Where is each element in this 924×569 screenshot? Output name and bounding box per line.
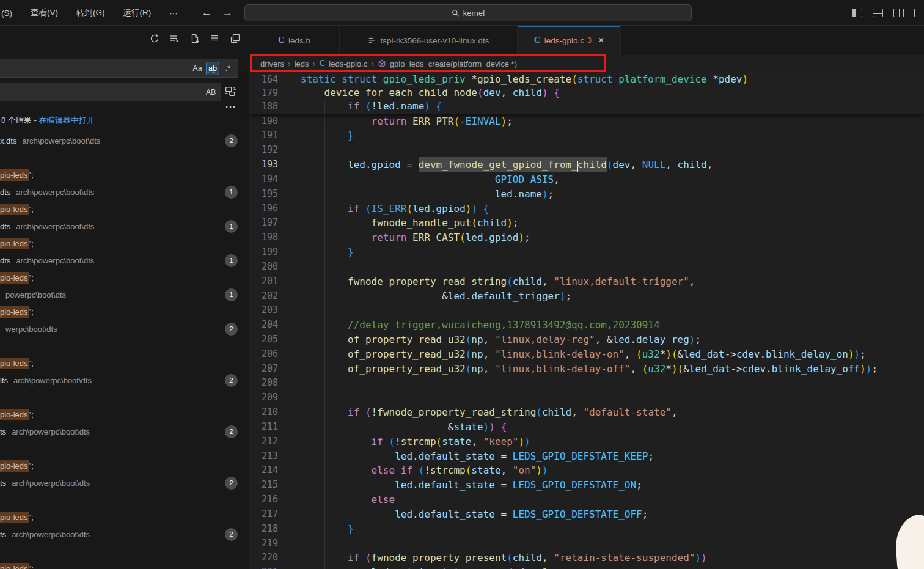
code-line[interactable]: 196 if (IS_ERR(led.gpiod)) { (249, 202, 924, 216)
tab-leds-gpio-c[interactable]: C leds-gpio.c 3 × (518, 26, 621, 55)
code-line[interactable]: 220 if (fwnode_property_present(child, "… (249, 551, 924, 565)
search-match-row[interactable]: pio-leds"; (0, 303, 249, 320)
search-match-row[interactable]: pio-leds"; (0, 406, 249, 423)
code-line[interactable]: 219 (249, 537, 924, 551)
search-match-row[interactable]: pio-leds"; (0, 166, 249, 183)
command-center-search[interactable]: kernel (244, 4, 692, 21)
refresh-icon[interactable] (150, 34, 160, 43)
tab-bar: C leds.h tspi-rk3566-user-v10-linux.dts … (249, 26, 924, 55)
code-line[interactable]: 213 led.default_state = LEDS_GPIO_DEFSTA… (249, 449, 924, 464)
line-number: 215 (249, 478, 278, 493)
search-match-row[interactable]: pio-leds"; (0, 457, 249, 474)
tab-leds-h[interactable]: C leds.h (249, 26, 340, 55)
replace-input[interactable]: AB (0, 83, 221, 101)
sticky-scroll[interactable]: 164static struct gpio_leds_priv *gpio_le… (249, 72, 924, 114)
code-line[interactable]: 221 led.retain_state_suspended = 1; (249, 565, 924, 569)
search-match-row[interactable]: pio-leds"; (0, 200, 249, 218)
code-line[interactable]: 199 } (249, 245, 924, 260)
collapse-all-icon[interactable] (230, 34, 240, 43)
close-tab-icon[interactable]: × (598, 35, 604, 46)
toggle-primary-sidebar-icon[interactable] (852, 9, 862, 17)
breadcrumb-item-leds[interactable]: leds (295, 59, 309, 68)
search-file-row[interactable]: tsarch\powerpc\boot\dts2 (0, 423, 249, 440)
search-input[interactable]: Aa ab .* (0, 59, 238, 78)
code-line[interactable]: 209 (249, 391, 924, 405)
open-in-editor-link[interactable]: 在编辑器中打开 (38, 116, 94, 125)
tab-label: tspi-rk3566-user-v10-linux.dts (381, 36, 490, 45)
code-line[interactable]: 215 led.default_state = LEDS_GPIO_DEFSTA… (249, 478, 924, 493)
menu-item-view[interactable]: 查看(V) (21, 7, 67, 18)
search-file-row[interactable]: tsarch\powerpc\boot\dts2 (0, 474, 249, 491)
line-number: 213 (249, 449, 278, 464)
code-line[interactable]: 201 fwnode_property_read_string(child, "… (249, 274, 924, 289)
customize-layout-icon[interactable] (914, 9, 920, 17)
search-file-row[interactable]: x.dtsarch\powerpc\boot\dts2 (0, 132, 249, 149)
code-line[interactable]: 206 of_property_read_u32(np, "linux,blin… (249, 347, 924, 362)
search-match-row[interactable]: pio-leds"; (0, 354, 249, 372)
expand-all-icon[interactable] (210, 34, 220, 43)
go-back-icon[interactable]: ← (202, 0, 212, 26)
search-file-row[interactable]: tsarch\powerpc\boot\dts2 (0, 526, 249, 543)
clear-search-results-icon[interactable] (170, 34, 180, 43)
match-count-badge: 2 (225, 323, 238, 336)
regex-toggle[interactable]: .* (221, 62, 235, 75)
toggle-panel-icon[interactable] (873, 9, 883, 17)
search-match-row[interactable]: pio-leds"; (0, 269, 249, 286)
menu-item-cut[interactable]: (S) (0, 9, 21, 18)
code-line[interactable]: 195 led.name); (249, 187, 924, 202)
line-number: 204 (249, 318, 278, 332)
breadcrumb-item-file[interactable]: leds-gpio.c (329, 59, 367, 68)
search-file-row[interactable]: werpc\boot\dts2 (0, 320, 249, 337)
menu-item-run[interactable]: 运行(R) (114, 7, 161, 18)
search-file-row[interactable]: powerpc\boot\dts1 (0, 286, 249, 303)
code-line[interactable]: 211 &state)) { (249, 420, 924, 435)
search-file-row[interactable]: dtsarch\powerpc\boot\dts1 (0, 183, 249, 200)
breadcrumb-item-drivers[interactable]: drivers (260, 59, 284, 68)
code-line[interactable]: 192 (249, 143, 924, 158)
code-line[interactable]: 203 (249, 303, 924, 318)
replace-all-icon[interactable] (225, 86, 238, 99)
code-line[interactable]: 205 of_property_read_u32(np, "linux,dela… (249, 332, 924, 347)
go-forward-icon[interactable]: → (222, 0, 233, 26)
more-actions-icon[interactable]: ··· (226, 101, 237, 112)
code-line[interactable]: 191 } (249, 128, 924, 143)
search-match-row[interactable]: pio-leds"; (0, 235, 249, 252)
code-line[interactable]: 212 if (!strcmp(state, "keep")) (249, 435, 924, 449)
code-line[interactable]: 207 of_property_read_u32(np, "linux,blin… (249, 362, 924, 376)
code-line[interactable]: 164static struct gpio_leds_priv *gpio_le… (249, 73, 924, 86)
code-line[interactable]: 198 return ERR_CAST(led.gpiod); (249, 230, 924, 245)
code-line-current[interactable]: 193 led.gpiod = devm_fwnode_get_gpiod_fr… (249, 158, 924, 172)
whole-word-toggle[interactable]: ab (206, 62, 219, 75)
search-file-row[interactable]: dtsarch\powerpc\boot\dts1 (0, 218, 249, 235)
code-area[interactable]: 190 return ERR_PTR(-EINVAL);191 }192 193… (249, 114, 924, 569)
c-file-purple-icon: C (278, 35, 284, 45)
search-file-row[interactable]: ltsarch\powerpc\boot\dts2 (0, 372, 249, 389)
code-line[interactable]: 218 } (249, 522, 924, 537)
code-line[interactable]: 200 (249, 260, 924, 274)
code-line[interactable]: 179 device_for_each_child_node(dev, chil… (249, 86, 924, 100)
match-case-toggle[interactable]: Aa (191, 62, 204, 75)
preserve-case-toggle[interactable]: AB (204, 86, 218, 99)
code-line[interactable]: 214 else if (!strcmp(state, "on")) (249, 463, 924, 478)
search-match-row[interactable]: pio-leds"; (0, 560, 249, 569)
code-line[interactable]: 194 GPIOD_ASIS, (249, 172, 924, 187)
tab-tspi-dts[interactable]: tspi-rk3566-user-v10-linux.dts (340, 26, 518, 55)
code-line[interactable]: 188 if (!led.name) { (249, 100, 924, 113)
search-match-row[interactable]: pio-leds"; (0, 508, 249, 526)
code-line[interactable]: 197 fwnode_handle_put(child); (249, 216, 924, 230)
code-line[interactable]: 190 return ERR_PTR(-EINVAL); (249, 114, 924, 129)
code-line[interactable]: 210 if (!fwnode_property_read_string(chi… (249, 405, 924, 420)
line-number: 203 (249, 303, 278, 318)
code-line[interactable]: 217 led.default_state = LEDS_GPIO_DEFSTA… (249, 507, 924, 522)
menu-overflow-button[interactable]: ··· (160, 9, 187, 18)
line-number: 208 (249, 376, 278, 391)
code-line[interactable]: 216 else (249, 493, 924, 507)
code-line[interactable]: 202 &led.default_trigger); (249, 289, 924, 304)
breadcrumb-item-symbol[interactable]: gpio_leds_create(platform_device *) (390, 59, 517, 68)
toggle-secondary-sidebar-icon[interactable] (893, 9, 904, 17)
menu-item-go[interactable]: 转到(G) (67, 7, 114, 18)
code-line[interactable]: 204 //delay trigger,wucaicheng,137891349… (249, 318, 924, 332)
open-new-search-editor-icon[interactable] (190, 34, 200, 43)
code-line[interactable]: 208 (249, 376, 924, 391)
search-file-row[interactable]: dtsarch\powerpc\boot\dts1 (0, 252, 249, 269)
